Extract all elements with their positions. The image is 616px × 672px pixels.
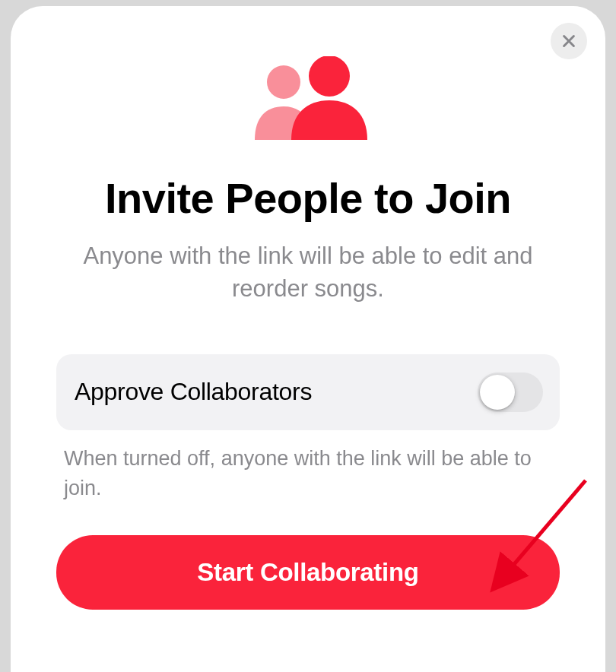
modal-subtitle: Anyone with the link will be able to edi… (11, 239, 605, 306)
toggle-knob (480, 375, 515, 410)
approve-collaborators-row: Approve Collaborators (56, 354, 560, 430)
close-button[interactable] (551, 23, 587, 59)
invite-modal: Invite People to Join Anyone with the li… (11, 6, 605, 672)
start-collaborating-button[interactable]: Start Collaborating (56, 535, 560, 610)
close-icon (560, 33, 577, 49)
modal-title: Invite People to Join (11, 173, 605, 223)
approve-collaborators-helper: When turned off, anyone with the link wi… (64, 444, 552, 503)
people-icon (240, 56, 376, 140)
people-icon-container (11, 6, 605, 140)
svg-point-0 (267, 65, 300, 99)
svg-point-1 (309, 56, 350, 97)
approve-collaborators-label: Approve Collaborators (75, 378, 312, 406)
approve-collaborators-toggle[interactable] (478, 372, 543, 412)
